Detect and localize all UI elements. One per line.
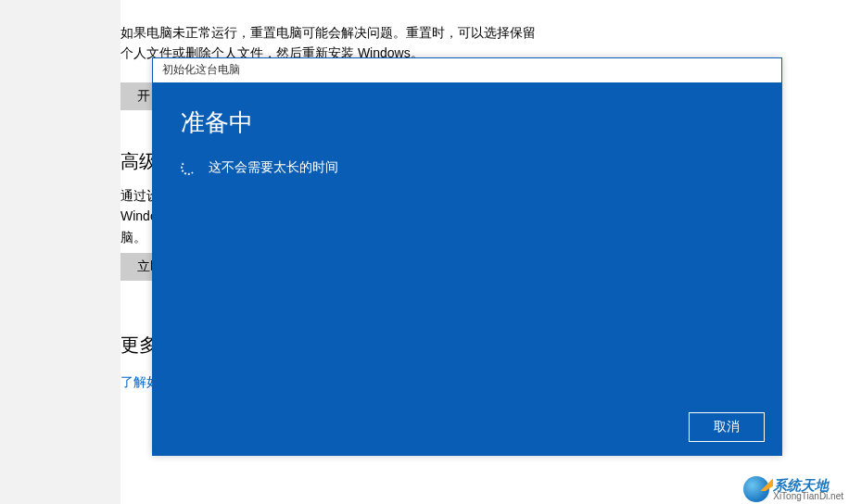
watermark-text: 系统天地 XiTongTianDi.net <box>773 478 843 501</box>
left-gutter <box>0 0 120 504</box>
watermark-line2: XiTongTianDi.net <box>773 492 843 501</box>
globe-icon <box>743 476 769 502</box>
desc-line1: 如果电脑未正常运行，重置电脑可能会解决问题。重置时，可以选择保留 <box>120 25 536 40</box>
dialog-body: 准备中 这不会需要太长的时间 取消 <box>153 82 781 455</box>
progress-row: 这不会需要太长的时间 <box>181 159 754 176</box>
dialog-footer: 取消 <box>689 412 765 442</box>
watermark: 系统天地 XiTongTianDi.net <box>743 476 843 502</box>
reset-pc-dialog: 初始化这台电脑 准备中 这不会需要太长的时间 取消 <box>152 57 782 456</box>
watermark-line1: 系统天地 <box>773 478 843 492</box>
progress-text: 这不会需要太长的时间 <box>209 159 338 176</box>
dialog-heading: 准备中 <box>181 107 754 139</box>
cancel-button[interactable]: 取消 <box>689 412 765 442</box>
spinner-icon <box>181 160 196 175</box>
dialog-titlebar: 初始化这台电脑 <box>153 58 781 82</box>
